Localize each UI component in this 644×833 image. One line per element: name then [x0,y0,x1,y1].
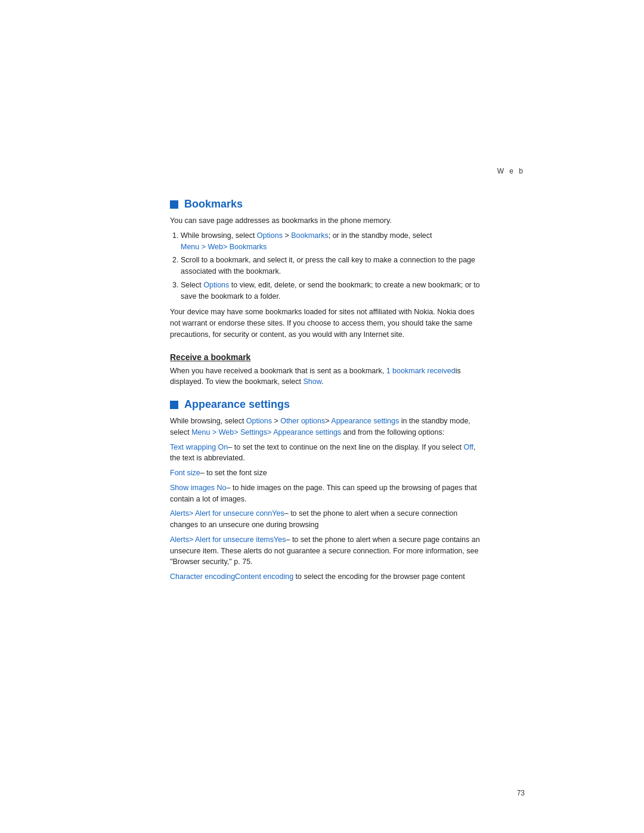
option-show-images-dash: – [227,484,233,492]
page-header: W e b [0,0,644,181]
bookmarks-section-heading: Bookmarks [170,198,480,210]
step1-text-middle2: ; or in the standby mode, select [329,231,432,240]
option-alerts-items-link2: Yes [274,535,286,544]
option-font-size-dash: – [200,469,206,477]
option-font-size-link: Font size [170,469,200,477]
step2-text: Scroll to a bookmark, and select it, or … [181,256,475,275]
bookmarks-warning: Your device may have some bookmarks load… [170,306,480,340]
appearance-intro-before: While browsing, select [170,417,246,425]
bookmarks-intro: You can save page addresses as bookmarks… [170,215,480,227]
step1-link3: Menu > Web> Bookmarks [181,243,267,251]
receive-bookmark-text: When you have received a bookmark that i… [170,366,480,388]
appearance-title: Appearance settings [184,398,290,411]
option-font-size-text: to set the font size [206,469,267,477]
receive-text-before: When you have received a bookmark that i… [170,367,386,375]
option-char-encoding-text: to select the encoding for the browser p… [293,572,465,581]
step3-text-before: Select [181,281,203,289]
option-text-wrapping-text: to set the text to continue on the next … [234,443,464,451]
step1-link2: Bookmarks [291,231,329,240]
bookmarks-title: Bookmarks [184,198,243,210]
bookmarks-steps-list: While browsing, select Options > Bookmar… [181,230,480,302]
appearance-section-heading: Appearance settings [170,398,480,411]
step1-link1: Options [257,231,283,240]
receive-link1: 1 bookmark received [386,367,456,375]
option-show-images: Show images No– to hide images on the pa… [170,482,480,505]
option-char-encoding: Character encodingContent encoding to se… [170,571,480,583]
option-text-wrapping-link2: On [218,443,228,451]
option-alerts-conn: Alerts> Alert for unsecure connYes– to s… [170,508,480,531]
option-alerts-items-link1: Alerts> Alert for unsecure items [170,535,274,544]
option-alerts-items-dash: – [286,535,292,544]
option-alerts-conn-link2: Yes [272,509,284,518]
appearance-intro: While browsing, select Options > Other o… [170,416,480,438]
option-text-wrapping-link1: Text wrapping [170,443,216,451]
header-label: W e b [497,167,525,175]
step1-text-before: While browsing, select [181,231,257,240]
bookmarks-blue-square [170,200,178,209]
appearance-link4: Menu > Web> Settings> Appearance setting… [191,428,341,436]
receive-bookmark-title: Receive a bookmark [170,352,480,362]
option-text-wrapping-dash: – [228,443,234,451]
content-area: Bookmarks You can save page addresses as… [170,181,480,583]
step1-text-middle1: > [283,231,291,240]
page-container: W e b Bookmarks You can save page addres… [0,0,644,833]
appearance-link1: Options [246,417,272,425]
option-char-encoding-link2: Content encoding [235,572,293,581]
option-alerts-items: Alerts> Alert for unsecure itemsYes– to … [170,534,480,568]
option-char-encoding-link1: Character encoding [170,572,235,581]
option-show-images-link2: No [217,484,227,492]
option-alerts-conn-dash: – [284,509,290,518]
bookmarks-step-2: Scroll to a bookmark, and select it, or … [181,255,480,277]
receive-text-after: . [321,377,323,386]
appearance-blue-square [170,401,178,409]
step3-link1: Options [203,281,229,289]
appearance-intro-middle1: > [272,417,280,425]
appearance-link3: Appearance settings [331,417,399,425]
receive-link2: Show [304,377,322,386]
option-font-size: Font size– to set the font size [170,467,480,479]
option-alerts-conn-link1: Alerts> Alert for unsecure conn [170,509,272,518]
option-text-wrapping-link3: Off [463,443,473,451]
option-text-wrapping: Text wrapping On– to set the text to con… [170,442,480,465]
option-show-images-link1: Show images [170,484,215,492]
page-number: 73 [517,789,525,797]
appearance-intro-after: and from the following options: [341,428,444,436]
bookmarks-step-1: While browsing, select Options > Bookmar… [181,230,480,253]
appearance-link2: Other options [280,417,325,425]
appearance-intro-middle2: > [325,417,331,425]
bookmarks-step-3: Select Options to view, edit, delete, or… [181,280,480,302]
